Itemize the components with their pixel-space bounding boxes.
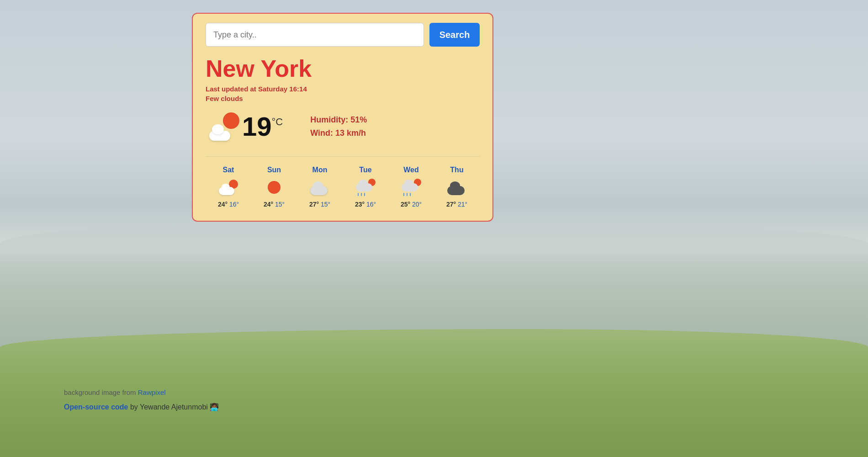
forecast-day-label: Thu: [450, 166, 463, 174]
forecast-temps: 24° 16°: [218, 201, 239, 208]
temperature-display: 19 °C: [242, 113, 283, 140]
wind-stat: Wind: 13 km/h: [310, 128, 367, 138]
weather-stats: Humidity: 51% Wind: 13 km/h: [310, 115, 367, 138]
forecast-icon-rainy: [355, 179, 376, 196]
current-weather-icon: [206, 111, 242, 143]
humidity-stat: Humidity: 51%: [310, 115, 367, 125]
forecast-day-label: Mon: [312, 166, 328, 174]
forecast-day-tue: Tue23° 16°: [343, 166, 388, 208]
city-name: New York: [206, 55, 480, 82]
forecast-icon-cloudy: [309, 179, 330, 196]
weather-description: Few clouds: [206, 95, 480, 102]
open-source-credit: Open-source code by Yewande Ajetunmobi 👩…: [64, 403, 219, 411]
temperature-value: 19: [242, 113, 272, 140]
forecast-icon-partly-cloudy: [218, 179, 239, 196]
background-credit: background image from Rawpixel: [64, 388, 219, 396]
forecast-temps: 23° 16°: [355, 201, 376, 208]
rain-drops-icon: [403, 193, 411, 196]
forecast-row: Sat24° 16°Sun24° 15°Mon27° 15°Tue23° 16°…: [206, 156, 480, 208]
forecast-day-sun: Sun24° 15°: [251, 166, 297, 208]
current-weather-section: 19 °C Humidity: 51% Wind: 13 km/h: [206, 111, 480, 143]
forecast-icon-rainy: [401, 179, 422, 196]
forecast-temps: 27° 15°: [309, 201, 330, 208]
search-button[interactable]: Search: [429, 23, 480, 47]
forecast-icon-sunny: [264, 179, 285, 196]
forecast-day-label: Sat: [223, 166, 234, 174]
last-updated: Last updated at Saturday 16:14: [206, 85, 480, 93]
temperature-unit: °C: [272, 116, 283, 128]
cloud-icon: [206, 124, 234, 141]
forecast-day-label: Sun: [267, 166, 281, 174]
rawpixel-link[interactable]: Rawpixel: [138, 388, 166, 396]
forecast-day-label: Wed: [403, 166, 418, 174]
forecast-temps: 25° 20°: [401, 201, 422, 208]
forecast-day-sat: Sat24° 16°: [206, 166, 251, 208]
forecast-day-thu: Thu27° 21°: [434, 166, 480, 208]
forecast-day-wed: Wed25° 20°: [388, 166, 434, 208]
forecast-temps: 27° 21°: [446, 201, 467, 208]
forecast-day-mon: Mon27° 15°: [297, 166, 343, 208]
search-row: Search: [206, 23, 480, 47]
forecast-icon-night-cloud: [446, 179, 467, 196]
rain-drops-icon: [358, 193, 365, 196]
forecast-temps: 24° 15°: [264, 201, 285, 208]
open-source-link[interactable]: Open-source code: [64, 403, 128, 411]
city-search-input[interactable]: [206, 23, 424, 47]
forecast-day-label: Tue: [359, 166, 371, 174]
weather-card: Search New York Last updated at Saturday…: [192, 13, 493, 222]
sun-only-icon: [268, 181, 281, 194]
footer: background image from Rawpixel Open-sour…: [64, 388, 219, 411]
